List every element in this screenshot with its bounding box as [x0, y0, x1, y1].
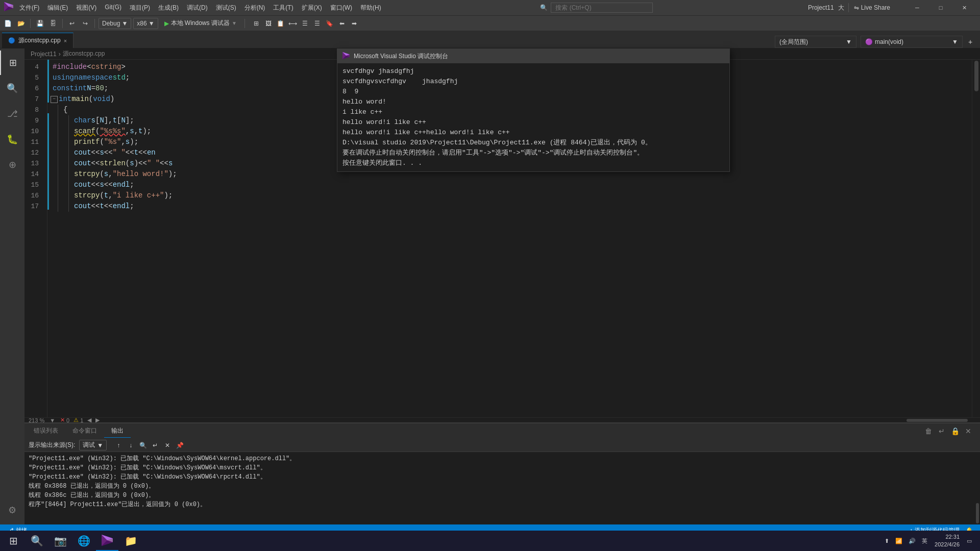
- h-scrollbar-thumb[interactable]: [906, 419, 968, 422]
- toolbar-sep-2: [62, 19, 63, 28]
- output-line-4: 线程 0x3868 已退出，返回值为 0 (0x0)。: [29, 482, 971, 491]
- warning-indicator[interactable]: ⚠ 1: [74, 417, 83, 422]
- menu-test[interactable]: 测试(S): [212, 2, 240, 14]
- menu-debug[interactable]: 调试(D): [183, 2, 212, 14]
- live-share-icon: ⇋: [854, 4, 859, 11]
- panel-lock-btn[interactable]: 🔒: [949, 425, 961, 437]
- redo-btn[interactable]: ↪: [80, 18, 91, 29]
- function-selector[interactable]: 🟣 main(void) ▼: [861, 36, 963, 48]
- panel-clear-btn[interactable]: 🗑: [923, 425, 934, 437]
- taskbar-edge[interactable]: 🌐: [72, 531, 95, 551]
- zoom-down-btn[interactable]: ▼: [48, 417, 56, 423]
- error-indicator[interactable]: ✕ 0: [60, 417, 69, 422]
- output-scrollbar-thumb[interactable]: [976, 503, 979, 523]
- output-pin-btn[interactable]: 📌: [174, 440, 185, 450]
- toolbar-btn-6[interactable]: 🖼: [263, 18, 274, 29]
- menu-window[interactable]: 窗口(W): [326, 2, 356, 14]
- activity-debug[interactable]: 🐛: [0, 127, 24, 152]
- start-button[interactable]: ⊞: [2, 531, 24, 551]
- bottom-tab-command[interactable]: 命令窗口: [65, 424, 104, 438]
- run-icon: ▶: [164, 20, 169, 27]
- taskbar-camera[interactable]: 📷: [49, 531, 71, 551]
- activity-settings[interactable]: ⚙: [0, 498, 24, 522]
- menu-help[interactable]: 帮助(H): [356, 2, 385, 14]
- debug-mode-dropdown[interactable]: Debug ▼: [99, 18, 131, 29]
- toolbar-btn-5[interactable]: ⊞: [251, 18, 262, 29]
- open-file-btn[interactable]: 📂: [15, 18, 27, 29]
- toolbar-btn-13[interactable]: ➡: [349, 18, 360, 29]
- minimize-button[interactable]: ─: [905, 0, 929, 15]
- tray-show-desktop[interactable]: ▭: [965, 537, 974, 545]
- title-search-input[interactable]: [551, 3, 653, 13]
- nav-forward[interactable]: ▶: [95, 417, 100, 422]
- menu-git[interactable]: Git(G): [101, 2, 126, 14]
- taskbar-file-explorer[interactable]: 📁: [119, 531, 142, 551]
- fold-icon-7[interactable]: −: [51, 96, 58, 103]
- menu-tools[interactable]: 工具(T): [269, 2, 297, 14]
- panel-close-btn[interactable]: ✕: [963, 425, 974, 437]
- add-tab-btn[interactable]: +: [965, 36, 976, 47]
- output-scrollbar[interactable]: [975, 452, 980, 524]
- code-line-15: cout << s << endl;: [47, 180, 972, 190]
- close-button[interactable]: ✕: [952, 0, 976, 15]
- tray-ime[interactable]: 英: [920, 536, 929, 546]
- run-button[interactable]: ▶ 本地 Windows 调试器 ▼: [160, 18, 241, 29]
- tray-network-up[interactable]: ⬆: [883, 537, 891, 545]
- menu-view[interactable]: 视图(V): [72, 2, 101, 14]
- editor-scrollbar[interactable]: [972, 60, 980, 417]
- save-all-btn[interactable]: 🗄: [47, 18, 59, 29]
- menu-file[interactable]: 文件(F): [15, 2, 43, 14]
- bottom-tab-output[interactable]: 输出: [104, 424, 131, 438]
- menu-extensions[interactable]: 扩展(X): [298, 2, 326, 14]
- output-clear-btn[interactable]: ✕: [162, 440, 173, 450]
- editor-h-scrollbar[interactable]: 213 % ▼ ✕ 0 ⚠ 1 ◀: [24, 417, 980, 422]
- output-scroll-down[interactable]: ↓: [125, 440, 136, 450]
- save-btn[interactable]: 💾: [34, 18, 45, 29]
- active-tab[interactable]: 🔵 源constcpp.cpp ×: [2, 33, 74, 48]
- toolbar-btn-12[interactable]: ⬅: [336, 18, 348, 29]
- output-wrap-btn[interactable]: ↵: [150, 440, 161, 450]
- platform-dropdown[interactable]: x86 ▼: [133, 18, 158, 29]
- menu-edit[interactable]: 编辑(E): [43, 2, 72, 14]
- taskbar-clock[interactable]: 22:31 2022/4/26: [932, 532, 963, 550]
- console-line-8: D:\visual studio 2019\Project11\Debug\Pr…: [342, 138, 724, 148]
- activity-extensions[interactable]: ⊕: [0, 153, 24, 177]
- zoom-controls[interactable]: ▼: [48, 417, 56, 423]
- bottom-tab-errors[interactable]: 错误列表: [27, 424, 65, 438]
- activity-git[interactable]: ⎇: [0, 102, 24, 126]
- live-share-button[interactable]: ⇋ Live Share: [848, 3, 895, 12]
- tray-volume[interactable]: 🔊: [906, 537, 918, 545]
- activity-explorer[interactable]: ⊞: [0, 51, 24, 75]
- menu-analyze[interactable]: 分析(N): [240, 2, 270, 14]
- line-num-10: 10: [24, 126, 43, 137]
- menu-project[interactable]: 项目(P): [126, 2, 154, 14]
- menu-build[interactable]: 生成(B): [154, 2, 183, 14]
- output-scroll-up[interactable]: ↑: [113, 440, 124, 450]
- toolbar-btn-9[interactable]: ☰: [300, 18, 311, 29]
- toolbar-extra-icons: ⊞ 🖼 📋 ⟷ ☰ ☰ 🔖 ⬅ ➡: [251, 18, 360, 29]
- taskbar-search[interactable]: 🔍: [26, 531, 48, 551]
- output-content[interactable]: "Project11.exe" (Win32): 已加载 "C:\Windows…: [24, 452, 975, 524]
- new-file-btn[interactable]: 📄: [2, 18, 13, 29]
- debug-console: Microsoft Visual Studio 调试控制台 svcfdhgv j…: [337, 48, 730, 172]
- console-line-6: hello word!i like c++: [342, 117, 724, 128]
- scope-selector[interactable]: (全局范围) ▼: [775, 36, 856, 48]
- debug-mode-arrow: ▼: [121, 20, 128, 27]
- output-line-3: "Project11.exe" (Win32): 已加载 "C:\Windows…: [29, 472, 971, 482]
- line-num-12: 12: [24, 147, 43, 158]
- editor-scrollbar-thumb[interactable]: [974, 61, 978, 91]
- nav-back[interactable]: ◀: [87, 417, 91, 422]
- tab-close-btn[interactable]: ×: [64, 38, 67, 44]
- tray-wifi[interactable]: 📶: [893, 537, 904, 545]
- toolbar-btn-7[interactable]: 📋: [275, 18, 286, 29]
- output-source-dropdown[interactable]: 调试 ▼: [79, 440, 107, 450]
- taskbar-vs[interactable]: [96, 531, 118, 551]
- output-search-btn[interactable]: 🔍: [137, 440, 149, 450]
- toolbar-btn-11[interactable]: 🔖: [324, 18, 335, 29]
- toolbar-btn-8[interactable]: ⟷: [287, 18, 299, 29]
- toolbar-btn-10[interactable]: ☰: [312, 18, 323, 29]
- activity-search[interactable]: 🔍: [0, 76, 24, 101]
- maximize-button[interactable]: □: [929, 0, 952, 15]
- undo-btn[interactable]: ↩: [66, 18, 78, 29]
- panel-wrap-btn[interactable]: ↵: [936, 425, 947, 437]
